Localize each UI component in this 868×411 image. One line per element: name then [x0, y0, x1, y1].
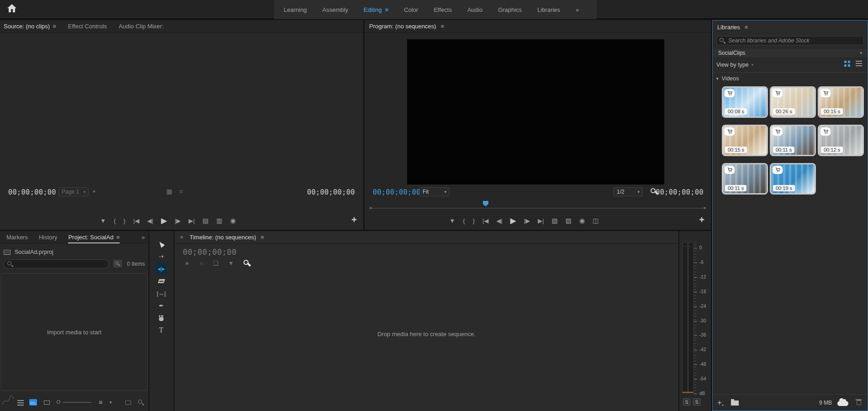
- cloud-sync-icon[interactable]: [837, 401, 848, 406]
- grid-view-icon[interactable]: [844, 61, 847, 63]
- add-to-cart-icon[interactable]: [773, 89, 783, 97]
- search-in-bin-button[interactable]: [113, 260, 122, 268]
- workspace-tab-libraries[interactable]: Libraries: [529, 6, 568, 13]
- workspace-tab-assembly[interactable]: Assembly: [315, 6, 356, 13]
- playback-resolution-select[interactable]: 1/2▾: [614, 187, 643, 196]
- insert-icon[interactable]: ▤: [202, 217, 208, 224]
- tab-project-socialad[interactable]: Project: SocialAd≡: [68, 231, 120, 243]
- stock-video-card[interactable]: 00:15 s: [818, 86, 864, 118]
- new-folder-icon[interactable]: [731, 400, 739, 406]
- program-add-button[interactable]: +: [699, 215, 704, 225]
- play-icon[interactable]: ▶: [510, 217, 516, 225]
- lift-icon[interactable]: ▧: [552, 217, 558, 224]
- add-to-cart-icon[interactable]: [773, 127, 783, 136]
- stock-video-card[interactable]: 00:11 s: [770, 125, 816, 156]
- add-to-cart-icon[interactable]: [725, 89, 735, 97]
- automate-to-sequence-icon[interactable]: [125, 400, 131, 405]
- workspace-tab-menu-icon[interactable]: ≡: [385, 6, 389, 13]
- home-icon[interactable]: [6, 3, 17, 16]
- export-frame-icon[interactable]: ◉: [230, 217, 236, 224]
- workspace-tab-effects[interactable]: Effects: [426, 6, 460, 13]
- mark-in-icon[interactable]: {: [463, 218, 465, 224]
- list-view-icon[interactable]: [856, 61, 862, 66]
- zoom-slider-knob[interactable]: [57, 400, 60, 404]
- mark-in-icon[interactable]: {: [114, 218, 116, 224]
- workspace-tab-graphics[interactable]: Graphics: [490, 6, 529, 13]
- ripple-edit-tool[interactable]: ◂|▸: [156, 263, 167, 274]
- tab-libraries[interactable]: Libraries: [717, 24, 740, 31]
- stock-video-card[interactable]: 00:15 s: [722, 125, 768, 156]
- zoom-slider-track[interactable]: [63, 402, 91, 403]
- workspace-tab-editing[interactable]: Editing≡: [356, 6, 396, 13]
- add-to-cart-icon[interactable]: [725, 166, 735, 174]
- export-frame-icon[interactable]: ◉: [579, 217, 585, 224]
- type-tool[interactable]: T: [156, 325, 167, 336]
- program-panel-menu-icon[interactable]: ≡: [441, 23, 445, 30]
- workspace-tab-color[interactable]: Color: [396, 6, 426, 13]
- workspace-tab-audio[interactable]: Audio: [460, 6, 490, 13]
- solo-button-left[interactable]: S: [683, 398, 690, 406]
- slip-tool[interactable]: |↔|: [156, 288, 167, 299]
- add-to-cart-icon[interactable]: [773, 166, 783, 174]
- list-view-button[interactable]: [17, 400, 24, 406]
- insert-overwrite-sequence-icon[interactable]: ∗: [185, 260, 190, 267]
- comparison-view-icon[interactable]: ◫: [593, 217, 598, 224]
- step-forward-icon[interactable]: |▶: [524, 218, 530, 224]
- tab-history[interactable]: History: [39, 231, 57, 243]
- project-bin-area[interactable]: Import media to start: [1, 273, 148, 391]
- step-back-icon[interactable]: ◀|: [496, 218, 502, 224]
- panel-menu-icon[interactable]: ≡: [53, 23, 56, 30]
- project-search-input[interactable]: [16, 261, 105, 267]
- selection-tool[interactable]: [156, 238, 167, 249]
- videos-section-header[interactable]: ▾ Videos: [716, 75, 739, 82]
- drag-audio-icon[interactable]: ≈: [179, 187, 183, 195]
- libraries-panel-menu-icon[interactable]: ≡: [745, 24, 748, 31]
- trash-icon[interactable]: [857, 400, 861, 405]
- go-to-in-icon[interactable]: |◀: [133, 218, 139, 224]
- extract-icon[interactable]: ▨: [566, 217, 572, 224]
- view-by-type-dropdown[interactable]: View by type ▾: [716, 62, 753, 68]
- timeline-timecode[interactable]: 00;00;00;00: [183, 248, 237, 257]
- add-marker-icon[interactable]: ▼: [228, 260, 234, 267]
- track-select-forward-tool[interactable]: ⇢: [156, 251, 167, 262]
- page-play-icon[interactable]: ▸: [93, 188, 96, 194]
- workspace-overflow-icon[interactable]: »: [568, 6, 587, 13]
- mark-out-icon[interactable]: }: [473, 218, 475, 224]
- source-add-button[interactable]: +: [351, 215, 357, 225]
- go-to-out-icon[interactable]: ▶|: [538, 218, 544, 224]
- timeline-settings-wrench[interactable]: [243, 260, 250, 267]
- razor-tool[interactable]: [156, 275, 167, 286]
- snap-icon[interactable]: ∩: [199, 260, 203, 267]
- icon-view-button[interactable]: [29, 399, 37, 406]
- add-to-cart-icon[interactable]: [820, 89, 831, 97]
- tab-effect-controls[interactable]: Effect Controls: [68, 23, 107, 30]
- play-icon[interactable]: ▶: [161, 217, 167, 225]
- program-playhead[interactable]: [483, 201, 488, 206]
- mark-out-icon[interactable]: }: [123, 218, 125, 224]
- stock-video-card[interactable]: 00:11 s: [722, 163, 768, 195]
- stock-video-card[interactable]: 00:19 s: [770, 163, 816, 195]
- pen-tool[interactable]: ✒: [156, 300, 167, 311]
- find-icon[interactable]: [138, 400, 144, 406]
- sort-icon[interactable]: ≡: [99, 399, 102, 406]
- add-marker-icon[interactable]: ▼: [100, 218, 106, 224]
- add-marker-icon[interactable]: ▼: [449, 218, 455, 224]
- timeline-panel-menu-icon[interactable]: ≡: [261, 234, 265, 241]
- tab-audio-clip-mixer[interactable]: Audio Clip Mixer:: [119, 23, 164, 30]
- stock-video-card[interactable]: 00:08 s: [722, 86, 768, 118]
- tab-timeline[interactable]: Timeline: (no sequences): [190, 234, 256, 241]
- panel-menu-icon[interactable]: ≡: [116, 234, 120, 241]
- solo-button-right[interactable]: S: [693, 398, 700, 406]
- stock-video-card[interactable]: 00:26 s: [770, 86, 816, 118]
- freeform-view-button[interactable]: [44, 400, 50, 405]
- add-to-cart-icon[interactable]: [820, 127, 831, 136]
- program-scrubber-track[interactable]: [372, 208, 704, 209]
- close-icon[interactable]: ×: [180, 234, 183, 241]
- linked-selection-icon[interactable]: ❏: [213, 260, 218, 267]
- workspace-tab-learning[interactable]: Learning: [276, 6, 315, 13]
- chevron-down-icon[interactable]: ▾: [110, 400, 112, 405]
- go-to-out-icon[interactable]: ▶|: [189, 218, 195, 224]
- drag-video-icon[interactable]: ▦: [166, 188, 172, 195]
- new-library-item-button[interactable]: +▾: [717, 398, 724, 407]
- add-to-cart-icon[interactable]: [725, 127, 735, 136]
